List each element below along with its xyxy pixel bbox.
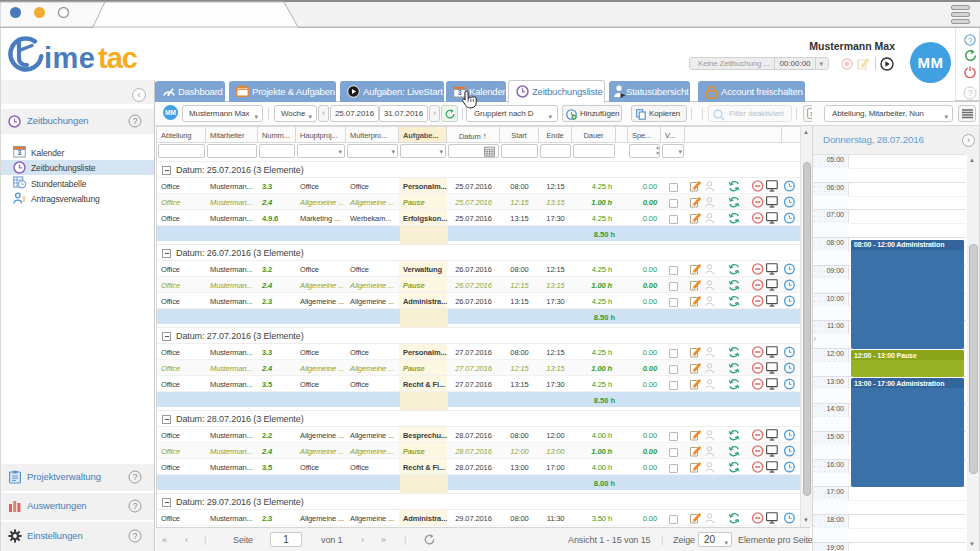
svg-text:?: ?	[133, 116, 138, 126]
svg-text:3: 3	[18, 149, 22, 156]
svg-text:tac: tac	[98, 42, 138, 74]
svg-text:?: ?	[133, 531, 138, 541]
svg-text:?: ?	[133, 501, 138, 511]
svg-text:?: ?	[968, 36, 973, 45]
svg-text:?: ?	[133, 472, 138, 482]
svg-text:ime: ime	[44, 42, 95, 74]
svg-text:?: ?	[968, 88, 973, 98]
